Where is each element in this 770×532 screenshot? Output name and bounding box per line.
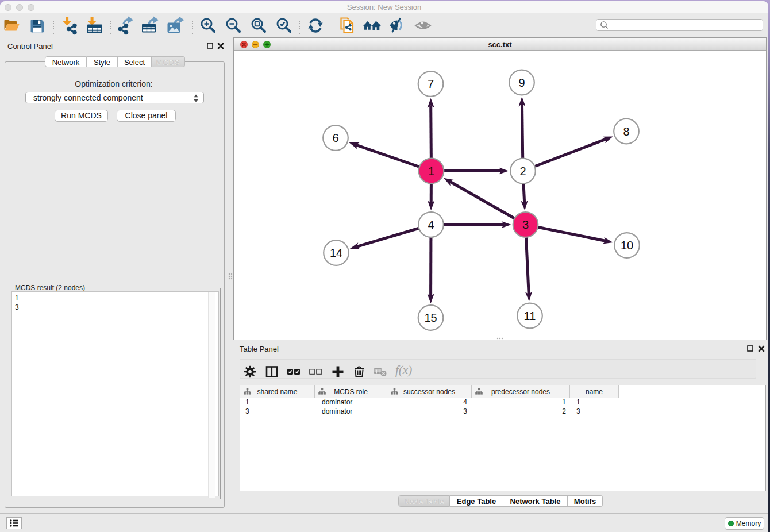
svg-text:4: 4 — [428, 218, 434, 231]
svg-text:8: 8 — [623, 125, 629, 138]
svg-text:10: 10 — [621, 239, 633, 252]
svg-text:1: 1 — [428, 165, 434, 178]
svg-text:14: 14 — [330, 246, 342, 259]
svg-text:15: 15 — [424, 311, 437, 324]
svg-text:6: 6 — [332, 132, 338, 144]
svg-text:3: 3 — [522, 218, 529, 231]
svg-text:2: 2 — [519, 165, 526, 178]
svg-text:9: 9 — [518, 76, 525, 89]
svg-text:11: 11 — [524, 310, 536, 322]
svg-text:7: 7 — [428, 78, 434, 90]
